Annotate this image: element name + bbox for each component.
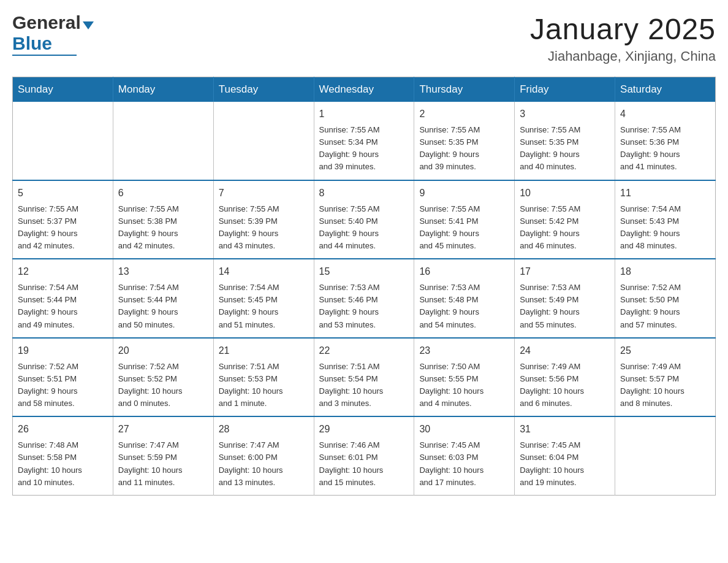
calendar-cell: 14Sunrise: 7:54 AMSunset: 5:45 PMDayligh… [213,259,314,338]
day-info: Sunrise: 7:51 AMSunset: 5:53 PMDaylight:… [219,361,309,410]
header-monday: Monday [113,77,213,102]
day-info: Sunrise: 7:45 AMSunset: 6:04 PMDaylight:… [520,439,610,489]
header-sunday: Sunday [13,77,113,102]
day-number: 28 [219,422,309,437]
calendar-cell: 5Sunrise: 7:55 AMSunset: 5:37 PMDaylight… [13,180,113,259]
day-number: 6 [118,186,208,201]
day-number: 20 [118,343,208,358]
calendar-cell: 8Sunrise: 7:55 AMSunset: 5:40 PMDaylight… [314,180,414,259]
day-number: 17 [520,264,610,279]
day-number: 29 [319,422,409,437]
logo-arrow-icon [83,21,94,29]
day-number: 12 [18,264,108,279]
day-info: Sunrise: 7:51 AMSunset: 5:54 PMDaylight:… [319,361,409,410]
logo-blue-text: Blue [12,33,52,54]
day-number: 3 [520,107,610,121]
day-info: Sunrise: 7:47 AMSunset: 5:59 PMDaylight:… [118,439,208,489]
day-number: 21 [219,343,309,358]
day-info: Sunrise: 7:55 AMSunset: 5:42 PMDaylight:… [520,203,610,253]
day-info: Sunrise: 7:55 AMSunset: 5:39 PMDaylight:… [219,203,309,253]
calendar-cell: 16Sunrise: 7:53 AMSunset: 5:48 PMDayligh… [414,259,515,338]
calendar-cell: 2Sunrise: 7:55 AMSunset: 5:35 PMDaylight… [414,102,515,180]
page-subtitle: Jiahanbage, Xinjiang, China [530,48,716,64]
calendar-cell: 12Sunrise: 7:54 AMSunset: 5:44 PMDayligh… [13,259,113,338]
page-header: General Blue January 2025 Jiahanbage, Xi… [12,12,716,64]
day-info: Sunrise: 7:47 AMSunset: 6:00 PMDaylight:… [219,439,309,489]
header-thursday: Thursday [414,77,515,102]
calendar-week-row: 5Sunrise: 7:55 AMSunset: 5:37 PMDaylight… [13,180,716,259]
day-number: 16 [419,264,509,279]
day-number: 8 [319,186,409,201]
calendar-cell: 19Sunrise: 7:52 AMSunset: 5:51 PMDayligh… [13,338,113,417]
day-number: 5 [18,186,108,201]
day-info: Sunrise: 7:55 AMSunset: 5:40 PMDaylight:… [319,203,409,253]
day-number: 10 [520,186,610,201]
calendar-cell: 24Sunrise: 7:49 AMSunset: 5:56 PMDayligh… [515,338,615,417]
day-info: Sunrise: 7:53 AMSunset: 5:49 PMDaylight:… [520,282,610,331]
day-info: Sunrise: 7:54 AMSunset: 5:44 PMDaylight:… [18,282,108,331]
page-title: January 2025 [530,12,716,46]
calendar-cell: 31Sunrise: 7:45 AMSunset: 6:04 PMDayligh… [515,416,615,495]
calendar-cell: 1Sunrise: 7:55 AMSunset: 5:34 PMDaylight… [314,102,414,180]
day-info: Sunrise: 7:55 AMSunset: 5:36 PMDaylight:… [620,124,710,174]
day-info: Sunrise: 7:48 AMSunset: 5:58 PMDaylight:… [18,439,108,489]
calendar-cell: 30Sunrise: 7:45 AMSunset: 6:03 PMDayligh… [414,416,515,495]
calendar-cell [213,102,314,180]
day-number: 25 [620,343,710,358]
day-number: 9 [419,186,509,201]
day-info: Sunrise: 7:52 AMSunset: 5:51 PMDaylight:… [18,361,108,410]
day-number: 14 [219,264,309,279]
day-info: Sunrise: 7:52 AMSunset: 5:50 PMDaylight:… [620,282,710,331]
logo: General Blue [12,12,94,56]
day-headers-row: Sunday Monday Tuesday Wednesday Thursday… [13,77,716,102]
calendar-cell: 20Sunrise: 7:52 AMSunset: 5:52 PMDayligh… [113,338,213,417]
calendar-week-row: 12Sunrise: 7:54 AMSunset: 5:44 PMDayligh… [13,259,716,338]
day-number: 4 [620,107,710,121]
day-info: Sunrise: 7:46 AMSunset: 6:01 PMDaylight:… [319,439,409,489]
day-info: Sunrise: 7:52 AMSunset: 5:52 PMDaylight:… [118,361,208,410]
day-number: 26 [18,422,108,437]
day-info: Sunrise: 7:55 AMSunset: 5:41 PMDaylight:… [419,203,509,253]
calendar-week-row: 26Sunrise: 7:48 AMSunset: 5:58 PMDayligh… [13,416,716,495]
day-number: 19 [18,343,108,358]
day-number: 18 [620,264,710,279]
calendar-cell: 15Sunrise: 7:53 AMSunset: 5:46 PMDayligh… [314,259,414,338]
logo-general-text: General [12,12,81,33]
calendar-cell: 21Sunrise: 7:51 AMSunset: 5:53 PMDayligh… [213,338,314,417]
calendar-cell: 18Sunrise: 7:52 AMSunset: 5:50 PMDayligh… [615,259,716,338]
day-number: 11 [620,186,710,201]
day-number: 31 [520,422,610,437]
calendar-cell: 9Sunrise: 7:55 AMSunset: 5:41 PMDaylight… [414,180,515,259]
header-wednesday: Wednesday [314,77,414,102]
header-friday: Friday [515,77,615,102]
day-number: 15 [319,264,409,279]
calendar-cell [615,416,716,495]
calendar-cell: 23Sunrise: 7:50 AMSunset: 5:55 PMDayligh… [414,338,515,417]
calendar-cell: 28Sunrise: 7:47 AMSunset: 6:00 PMDayligh… [213,416,314,495]
day-info: Sunrise: 7:55 AMSunset: 5:37 PMDaylight:… [18,203,108,253]
day-number: 30 [419,422,509,437]
calendar-cell: 22Sunrise: 7:51 AMSunset: 5:54 PMDayligh… [314,338,414,417]
calendar-cell: 4Sunrise: 7:55 AMSunset: 5:36 PMDaylight… [615,102,716,180]
calendar-cell: 6Sunrise: 7:55 AMSunset: 5:38 PMDaylight… [113,180,213,259]
day-info: Sunrise: 7:54 AMSunset: 5:45 PMDaylight:… [219,282,309,331]
day-number: 1 [319,107,409,121]
logo-underline [12,55,77,56]
day-info: Sunrise: 7:53 AMSunset: 5:48 PMDaylight:… [419,282,509,331]
calendar-cell: 25Sunrise: 7:49 AMSunset: 5:57 PMDayligh… [615,338,716,417]
calendar-cell: 27Sunrise: 7:47 AMSunset: 5:59 PMDayligh… [113,416,213,495]
calendar-cell: 26Sunrise: 7:48 AMSunset: 5:58 PMDayligh… [13,416,113,495]
calendar-week-row: 19Sunrise: 7:52 AMSunset: 5:51 PMDayligh… [13,338,716,417]
day-number: 7 [219,186,309,201]
day-number: 13 [118,264,208,279]
day-number: 24 [520,343,610,358]
day-number: 2 [419,107,509,121]
header-saturday: Saturday [615,77,716,102]
calendar-cell: 17Sunrise: 7:53 AMSunset: 5:49 PMDayligh… [515,259,615,338]
calendar-cell: 11Sunrise: 7:54 AMSunset: 5:43 PMDayligh… [615,180,716,259]
calendar-week-row: 1Sunrise: 7:55 AMSunset: 5:34 PMDaylight… [13,102,716,180]
day-info: Sunrise: 7:49 AMSunset: 5:56 PMDaylight:… [520,361,610,410]
day-number: 22 [319,343,409,358]
calendar-table: Sunday Monday Tuesday Wednesday Thursday… [12,77,716,496]
calendar-cell: 7Sunrise: 7:55 AMSunset: 5:39 PMDaylight… [213,180,314,259]
